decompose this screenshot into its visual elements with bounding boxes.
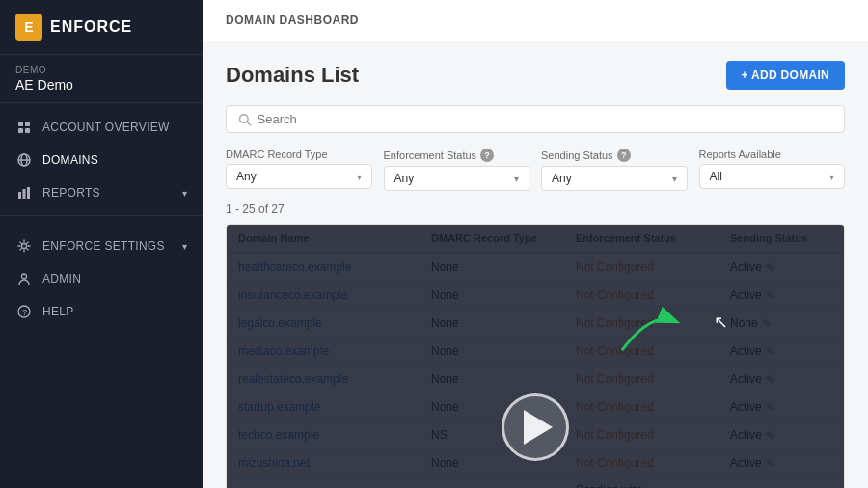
svg-point-11 <box>22 274 27 279</box>
sidebar-item-label: Help <box>42 305 74 318</box>
account-label: DEMO <box>15 65 187 75</box>
question-icon: ? <box>15 303 33 320</box>
chevron-icon: ▾ <box>182 188 187 199</box>
sidebar-item-label: Reports <box>42 186 100 200</box>
filter-sending-label: Sending Status ? <box>541 149 688 162</box>
chevron-down-icon: ▾ <box>514 174 519 184</box>
bar-chart-icon <box>15 184 33 202</box>
globe-icon <box>15 151 33 169</box>
gear-icon <box>15 237 33 255</box>
sidebar-item-label: Account Overview <box>42 121 170 134</box>
sidebar-item-label: Enforce Settings <box>42 239 165 253</box>
svg-rect-1 <box>25 122 30 126</box>
cursor-indicator: ↖ <box>714 312 728 333</box>
sidebar-item-domains[interactable]: Domains <box>0 144 203 176</box>
sidebar-item-enforce-settings[interactable]: Enforce Settings ▾ <box>0 230 203 262</box>
filter-reports-label: Reports Available <box>699 149 846 160</box>
filter-dmarc-record-type: DMARC Record Type Any ▾ <box>226 149 372 191</box>
filter-enforcement-select[interactable]: Any ▾ <box>384 166 530 191</box>
filter-reports-select[interactable]: All ▾ <box>699 164 846 189</box>
svg-text:?: ? <box>22 308 27 317</box>
svg-rect-3 <box>25 128 30 133</box>
results-info: 1 - 25 of 27 <box>226 203 845 216</box>
svg-rect-0 <box>18 122 23 126</box>
filter-reports-available: Reports Available All ▾ <box>699 149 846 191</box>
person-icon <box>15 270 33 287</box>
domains-list-title: Domains List <box>226 63 359 88</box>
svg-rect-7 <box>18 192 21 199</box>
svg-rect-8 <box>23 189 26 199</box>
filter-enforcement-value: Any <box>394 172 415 185</box>
filter-dmarc-label: DMARC Record Type <box>226 149 372 160</box>
svg-rect-9 <box>27 187 30 199</box>
chevron-down-icon: ▾ <box>357 172 362 182</box>
page-title: DOMAIN DASHBOARD <box>226 14 359 27</box>
sidebar-item-help[interactable]: ? Help <box>0 295 203 328</box>
sidebar: E ENFORCE DEMO AE Demo Account Overview <box>0 0 203 488</box>
play-button[interactable] <box>502 393 569 461</box>
search-bar <box>226 105 845 133</box>
filter-enforcement-label: Enforcement Status ? <box>384 149 530 162</box>
sidebar-item-admin[interactable]: Admin <box>0 262 203 295</box>
domains-header: Domains List + ADD DOMAIN <box>226 61 845 90</box>
chevron-down-icon: ▾ <box>829 172 834 182</box>
sidebar-item-label: Admin <box>42 272 81 285</box>
filter-sending-status: Sending Status ? Any ▾ <box>541 149 688 191</box>
search-icon <box>238 113 252 126</box>
chevron-icon: ▾ <box>182 241 187 252</box>
filter-reports-value: All <box>710 170 722 183</box>
logo-text: ENFORCE <box>50 18 132 36</box>
filter-enforcement-status: Enforcement Status ? Any ▾ <box>384 149 530 191</box>
filter-dmarc-value: Any <box>236 170 257 183</box>
sidebar-account: DEMO AE Demo <box>0 55 203 103</box>
main-content: DOMAIN DASHBOARD Domains List + ADD DOMA… <box>203 0 868 488</box>
sidebar-item-account-overview[interactable]: Account Overview <box>0 111 203 144</box>
add-domain-button[interactable]: + ADD DOMAIN <box>726 61 846 90</box>
search-input[interactable] <box>258 112 832 126</box>
svg-rect-2 <box>18 128 23 133</box>
info-icon: ? <box>617 149 631 162</box>
filters-row: DMARC Record Type Any ▾ Enforcement Stat… <box>226 149 845 191</box>
main-header: DOMAIN DASHBOARD <box>203 0 868 41</box>
logo-icon: E <box>15 14 42 41</box>
sidebar-logo: E ENFORCE <box>0 0 203 55</box>
svg-line-15 <box>247 122 250 124</box>
svg-point-10 <box>22 244 27 249</box>
filter-dmarc-select[interactable]: Any ▾ <box>226 164 372 189</box>
play-triangle <box>524 410 553 445</box>
main-body: Domains List + ADD DOMAIN DMARC Record T… <box>203 41 868 488</box>
domains-table: Domain Name DMARC Record Type Enforcemen… <box>226 224 845 488</box>
sidebar-nav: Account Overview Domains Rep <box>0 103 203 488</box>
filter-sending-select[interactable]: Any ▾ <box>541 166 688 191</box>
sidebar-item-label: Domains <box>42 153 98 167</box>
sidebar-item-reports[interactable]: Reports ▾ <box>0 176 203 209</box>
account-name: AE Demo <box>15 77 187 93</box>
video-overlay[interactable]: ↖ <box>227 225 844 488</box>
chevron-down-icon: ▾ <box>672 174 677 184</box>
green-arrow <box>612 302 690 363</box>
grid-icon <box>15 119 33 136</box>
info-icon: ? <box>480 149 494 162</box>
sidebar-bottom: Enforce Settings ▾ Admin ? <box>0 222 203 336</box>
filter-sending-value: Any <box>552 172 572 185</box>
